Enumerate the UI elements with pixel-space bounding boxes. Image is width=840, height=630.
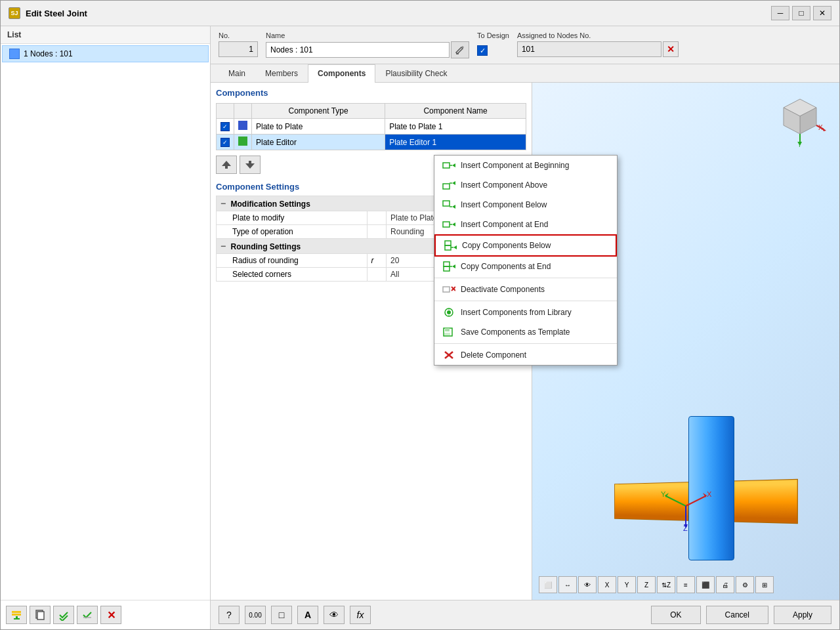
col-name-header: Component Name	[385, 104, 526, 119]
svg-rect-64	[444, 333, 450, 335]
ctx-insert-above-label: Insert Component Above	[461, 180, 547, 190]
view-btn-z[interactable]: Z	[637, 576, 656, 593]
ctx-copy-end[interactable]: Copy Components at End	[434, 257, 617, 276]
view-btn-3[interactable]: 👁	[578, 576, 597, 593]
svg-rect-38	[443, 184, 450, 189]
numeric-button[interactable]: 0.00	[245, 606, 266, 624]
dialog-buttons: OK Cancel Apply	[651, 606, 831, 624]
list-item[interactable]: 1 Nodes : 101	[2, 45, 209, 62]
ctx-save-template-label: Save Components as Template	[461, 327, 570, 337]
to-design-label: To Design	[477, 32, 509, 39]
formula-button[interactable]: fx	[350, 606, 371, 624]
copy-below-icon	[444, 240, 457, 251]
right-panel: No. Name	[211, 26, 839, 629]
remove-assigned-button[interactable]: ✕	[663, 41, 679, 57]
ctx-save-template[interactable]: Save Components as Template	[434, 322, 617, 342]
view-btn-print[interactable]: 🖨	[716, 576, 734, 593]
radius-key: Radius of rounding	[217, 254, 368, 268]
move-down-button[interactable]	[240, 156, 261, 174]
ctx-insert-library[interactable]: Insert Components from Library	[434, 303, 617, 322]
svg-rect-1	[12, 614, 21, 616]
view-btn-settings[interactable]: ⚙	[736, 576, 754, 593]
copy-end-icon	[442, 261, 455, 272]
copy-icon	[34, 609, 46, 621]
name-label: Name	[266, 32, 469, 39]
svg-rect-52	[444, 266, 450, 271]
settings-title: Component Settings	[216, 182, 299, 192]
table-row[interactable]: ✓ Plate to Plate Plate to Plate 1	[217, 119, 526, 135]
modification-group-label: Modification Settings	[231, 200, 310, 209]
window-title: Edit Steel Joint	[26, 9, 87, 18]
ctx-insert-beginning[interactable]: Insert Component at Beginning	[434, 156, 617, 175]
tab-components[interactable]: Components	[308, 64, 375, 83]
svg-rect-47	[445, 241, 451, 245]
view-button[interactable]: 👁	[324, 606, 345, 624]
to-design-checkbox[interactable]: ✓	[477, 45, 488, 56]
delete-item-button[interactable]: ✕	[100, 606, 121, 624]
view-btn-layers[interactable]: ≡	[677, 576, 695, 593]
view-btn-xz[interactable]: ⇅Z	[657, 576, 675, 593]
name-input[interactable]	[266, 42, 450, 58]
view-btn-box[interactable]: ⬛	[696, 576, 715, 593]
deactivate-icon	[442, 284, 455, 295]
tab-members[interactable]: Members	[255, 64, 308, 82]
sidebar-toolbar: ✕	[1, 600, 210, 629]
add-item-button[interactable]	[6, 606, 27, 624]
maximize-button[interactable]: □	[792, 6, 810, 20]
row2-checkbox[interactable]: ✓	[220, 138, 230, 147]
copy-item-button[interactable]	[30, 606, 51, 624]
view-btn-2[interactable]: ↔	[558, 576, 577, 593]
help-button[interactable]: ?	[219, 606, 240, 624]
svg-rect-5	[37, 612, 44, 620]
move-up-button[interactable]	[216, 156, 237, 174]
view-btn-y[interactable]: Y	[618, 576, 636, 593]
window-controls: ─ □ ✕	[771, 6, 831, 20]
context-menu: Insert Component at Beginning Insert Com…	[434, 155, 618, 366]
collapse-modification[interactable]: −	[220, 198, 226, 209]
to-design-group: To Design ✓	[477, 32, 509, 56]
ctx-insert-above[interactable]: Insert Component Above	[434, 175, 617, 195]
move-up-icon	[220, 159, 232, 170]
move-down-icon	[244, 159, 256, 170]
svg-line-29	[666, 496, 686, 506]
assigned-input[interactable]	[517, 41, 662, 57]
row1-checkbox[interactable]: ✓	[220, 122, 230, 131]
view-btn-expand[interactable]: ⊞	[755, 576, 774, 593]
ctx-deactivate[interactable]: Deactivate Components	[434, 280, 617, 299]
svg-rect-11	[249, 161, 251, 163]
tab-plausibility[interactable]: Plausibility Check	[375, 64, 457, 82]
op-type-key: Type of operation	[217, 225, 368, 239]
collapse-rounding[interactable]: −	[220, 241, 226, 251]
view-btn-x[interactable]: X	[598, 576, 616, 593]
view-btn-1[interactable]: ⬜	[539, 576, 557, 593]
svg-marker-10	[245, 163, 255, 169]
no-input[interactable]	[219, 41, 258, 57]
list-item-label: 1 Nodes : 101	[24, 49, 73, 58]
row1-color	[238, 121, 247, 130]
ctx-delete[interactable]: Delete Component	[434, 345, 617, 365]
ctx-insert-library-label: Insert Components from Library	[461, 308, 572, 317]
svg-rect-63	[445, 328, 450, 331]
no-group: No.	[219, 32, 258, 57]
display-button[interactable]: □	[271, 606, 292, 624]
close-button[interactable]: ✕	[813, 6, 831, 20]
refresh-button[interactable]	[77, 606, 98, 624]
radius-symbol: r	[367, 254, 387, 268]
minimize-button[interactable]: ─	[771, 6, 789, 20]
svg-rect-41	[443, 201, 450, 206]
ctx-insert-below[interactable]: Insert Component Below	[434, 195, 617, 215]
name-edit-button[interactable]	[451, 41, 469, 58]
tab-main[interactable]: Main	[219, 64, 255, 82]
ctx-copy-below[interactable]: Copy Components Below	[434, 234, 617, 257]
cancel-button[interactable]: Cancel	[706, 606, 768, 624]
svg-rect-44	[443, 222, 450, 227]
tab-bar: Main Members Components Plausibility Che…	[211, 64, 839, 83]
axis-display: X Y Z	[660, 480, 712, 534]
row2-color	[238, 136, 247, 146]
apply-button[interactable]: Apply	[774, 606, 831, 624]
check-button[interactable]	[53, 606, 74, 624]
ok-button[interactable]: OK	[651, 606, 700, 624]
table-row[interactable]: ✓ Plate Editor Plate Editor 1	[217, 135, 526, 150]
font-button[interactable]: A	[297, 606, 318, 624]
ctx-insert-end[interactable]: Insert Component at End	[434, 215, 617, 234]
